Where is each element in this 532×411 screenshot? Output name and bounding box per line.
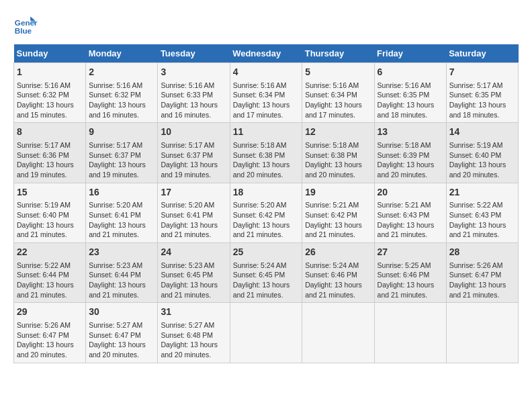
day-number: 20 <box>378 186 443 199</box>
sunrise-info: Sunrise: 5:16 AM <box>378 81 431 89</box>
daylight-info: Daylight: 13 hours and 21 minutes. <box>17 221 74 239</box>
daylight-info: Daylight: 13 hours and 20 minutes. <box>305 161 362 179</box>
sunset-info: Sunset: 6:40 PM <box>17 211 69 219</box>
sunset-info: Sunset: 6:47 PM <box>449 271 502 279</box>
calendar-cell: 26Sunrise: 5:24 AMSunset: 6:46 PMDayligh… <box>302 243 374 303</box>
calendar-cell: 21Sunrise: 5:22 AMSunset: 6:43 PMDayligh… <box>446 183 518 242</box>
day-number: 3 <box>161 66 226 79</box>
sunrise-info: Sunrise: 5:16 AM <box>89 81 142 89</box>
calendar-cell: 10Sunrise: 5:17 AMSunset: 6:37 PMDayligh… <box>158 123 230 183</box>
calendar-cell: 9Sunrise: 5:17 AMSunset: 6:37 PMDaylight… <box>86 123 158 183</box>
day-number: 11 <box>233 126 300 139</box>
daylight-info: Daylight: 13 hours and 17 minutes. <box>305 101 362 119</box>
daylight-info: Daylight: 13 hours and 15 minutes. <box>17 101 74 119</box>
daylight-info: Daylight: 13 hours and 17 minutes. <box>233 101 290 119</box>
sunset-info: Sunset: 6:32 PM <box>89 91 141 99</box>
sunrise-info: Sunrise: 5:16 AM <box>233 81 287 89</box>
sunrise-info: Sunrise: 5:19 AM <box>17 201 71 209</box>
sunset-info: Sunset: 6:42 PM <box>233 211 285 219</box>
day-number: 9 <box>89 126 154 139</box>
daylight-info: Daylight: 13 hours and 21 minutes. <box>449 281 506 299</box>
calendar-header: SundayMondayTuesdayWednesdayThursdayFrid… <box>14 44 519 63</box>
sunset-info: Sunset: 6:34 PM <box>233 91 285 99</box>
sunset-info: Sunset: 6:46 PM <box>378 271 430 279</box>
calendar-cell: 20Sunrise: 5:21 AMSunset: 6:43 PMDayligh… <box>374 183 446 242</box>
calendar-cell: 14Sunrise: 5:19 AMSunset: 6:40 PMDayligh… <box>446 123 518 183</box>
week-row-0: 1Sunrise: 5:16 AMSunset: 6:32 PMDaylight… <box>14 63 519 123</box>
sunrise-info: Sunrise: 5:23 AM <box>161 261 214 269</box>
day-number: 28 <box>449 246 515 259</box>
daylight-info: Daylight: 13 hours and 16 minutes. <box>89 101 146 119</box>
calendar-cell: 17Sunrise: 5:20 AMSunset: 6:41 PMDayligh… <box>158 183 230 242</box>
daylight-info: Daylight: 13 hours and 16 minutes. <box>161 101 218 119</box>
sunset-info: Sunset: 6:46 PM <box>305 271 357 279</box>
sunrise-info: Sunrise: 5:25 AM <box>378 261 431 269</box>
sunrise-info: Sunrise: 5:18 AM <box>305 141 359 149</box>
sunset-info: Sunset: 6:42 PM <box>305 211 357 219</box>
sunrise-info: Sunrise: 5:24 AM <box>305 261 359 269</box>
day-number: 22 <box>17 246 83 259</box>
calendar-cell <box>374 303 446 363</box>
daylight-info: Daylight: 13 hours and 21 minutes. <box>378 221 435 239</box>
sunrise-info: Sunrise: 5:19 AM <box>449 141 503 149</box>
sunrise-info: Sunrise: 5:22 AM <box>17 261 71 269</box>
day-number: 17 <box>161 186 226 199</box>
day-number: 18 <box>233 186 300 199</box>
header-thursday: Thursday <box>302 44 374 63</box>
daylight-info: Daylight: 13 hours and 19 minutes. <box>17 161 74 179</box>
calendar-cell: 1Sunrise: 5:16 AMSunset: 6:32 PMDaylight… <box>14 63 86 123</box>
sunset-info: Sunset: 6:47 PM <box>89 331 141 339</box>
day-number: 29 <box>17 306 83 319</box>
sunrise-info: Sunrise: 5:17 AM <box>161 141 214 149</box>
sunset-info: Sunset: 6:35 PM <box>378 91 430 99</box>
calendar-cell: 22Sunrise: 5:22 AMSunset: 6:44 PMDayligh… <box>14 243 86 303</box>
calendar-cell: 16Sunrise: 5:20 AMSunset: 6:41 PMDayligh… <box>86 183 158 242</box>
calendar-cell: 6Sunrise: 5:16 AMSunset: 6:35 PMDaylight… <box>374 63 446 123</box>
sunrise-info: Sunrise: 5:20 AM <box>161 201 214 209</box>
calendar-cell: 2Sunrise: 5:16 AMSunset: 6:32 PMDaylight… <box>86 63 158 123</box>
sunset-info: Sunset: 6:48 PM <box>161 331 213 339</box>
calendar-cell: 29Sunrise: 5:26 AMSunset: 6:47 PMDayligh… <box>14 303 86 363</box>
calendar-body: 1Sunrise: 5:16 AMSunset: 6:32 PMDaylight… <box>14 63 519 363</box>
calendar-cell: 25Sunrise: 5:24 AMSunset: 6:45 PMDayligh… <box>230 243 302 303</box>
day-number: 19 <box>305 186 371 199</box>
sunrise-info: Sunrise: 5:23 AM <box>89 261 142 269</box>
sunrise-info: Sunrise: 5:21 AM <box>378 201 431 209</box>
sunrise-info: Sunrise: 5:17 AM <box>89 141 142 149</box>
sunset-info: Sunset: 6:45 PM <box>233 271 285 279</box>
sunrise-info: Sunrise: 5:26 AM <box>449 261 503 269</box>
sunset-info: Sunset: 6:38 PM <box>233 151 285 159</box>
daylight-info: Daylight: 13 hours and 18 minutes. <box>378 101 435 119</box>
sunset-info: Sunset: 6:41 PM <box>89 211 141 219</box>
sunrise-info: Sunrise: 5:24 AM <box>233 261 287 269</box>
logo-icon: General Blue <box>13 13 38 38</box>
sunrise-info: Sunrise: 5:22 AM <box>449 201 503 209</box>
calendar-cell: 4Sunrise: 5:16 AMSunset: 6:34 PMDaylight… <box>230 63 302 123</box>
calendar-cell <box>230 303 302 363</box>
sunrise-info: Sunrise: 5:16 AM <box>305 81 359 89</box>
sunrise-info: Sunrise: 5:18 AM <box>233 141 287 149</box>
sunrise-info: Sunrise: 5:26 AM <box>17 321 71 329</box>
day-number: 31 <box>161 306 226 319</box>
daylight-info: Daylight: 13 hours and 21 minutes. <box>161 221 218 239</box>
day-number: 25 <box>233 246 300 259</box>
calendar-cell: 7Sunrise: 5:17 AMSunset: 6:35 PMDaylight… <box>446 63 518 123</box>
day-number: 6 <box>378 66 443 79</box>
sunrise-info: Sunrise: 5:17 AM <box>17 141 71 149</box>
day-number: 12 <box>305 126 371 139</box>
sunset-info: Sunset: 6:41 PM <box>161 211 213 219</box>
calendar-cell: 27Sunrise: 5:25 AMSunset: 6:46 PMDayligh… <box>374 243 446 303</box>
svg-text:Blue: Blue <box>15 26 32 35</box>
calendar-cell: 24Sunrise: 5:23 AMSunset: 6:45 PMDayligh… <box>158 243 230 303</box>
sunset-info: Sunset: 6:34 PM <box>305 91 357 99</box>
daylight-info: Daylight: 13 hours and 21 minutes. <box>233 221 290 239</box>
sunrise-info: Sunrise: 5:16 AM <box>17 81 71 89</box>
header-wednesday: Wednesday <box>230 44 302 63</box>
week-row-3: 22Sunrise: 5:22 AMSunset: 6:44 PMDayligh… <box>14 243 519 303</box>
calendar-cell: 30Sunrise: 5:27 AMSunset: 6:47 PMDayligh… <box>86 303 158 363</box>
week-row-2: 15Sunrise: 5:19 AMSunset: 6:40 PMDayligh… <box>14 183 519 242</box>
sunrise-info: Sunrise: 5:27 AM <box>161 321 214 329</box>
sunset-info: Sunset: 6:33 PM <box>161 91 213 99</box>
day-number: 5 <box>305 66 371 79</box>
daylight-info: Daylight: 13 hours and 20 minutes. <box>233 161 290 179</box>
